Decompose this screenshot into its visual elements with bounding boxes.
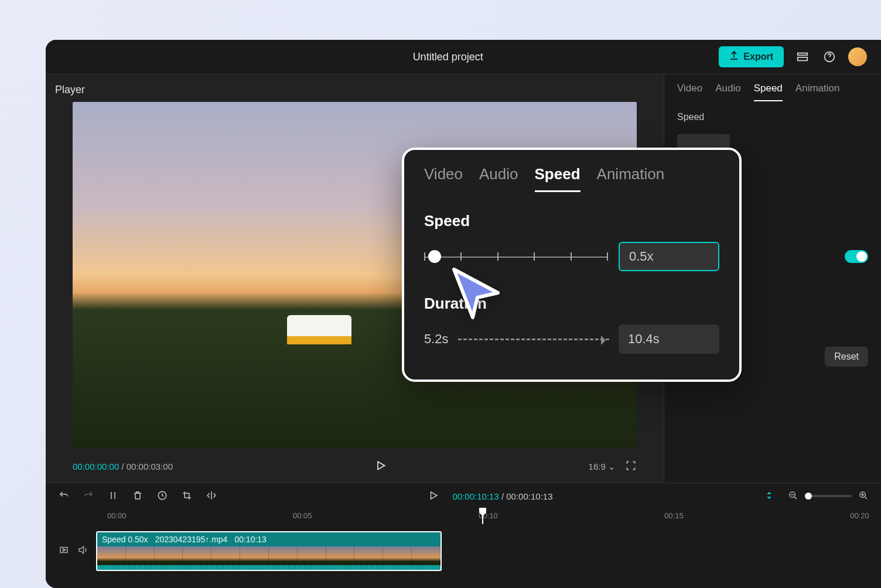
timeline-clip[interactable]: Speed 0.50x 20230423195↑.mp4 00:10:13 (96, 531, 442, 571)
time-current: 00:00:00:00 (73, 461, 119, 471)
export-button[interactable]: Export (719, 46, 784, 67)
header-actions: Export (719, 46, 867, 67)
ruler-tick: 00:15 (664, 511, 684, 520)
track-visibility-icon[interactable] (59, 545, 69, 558)
clip-filename: 20230423195↑.mp4 (155, 535, 228, 544)
reset-button[interactable]: Reset (825, 347, 868, 367)
ruler-tick: 00:00 (107, 511, 127, 520)
arrow-icon (458, 339, 609, 340)
duration-to-input[interactable]: 10.4s (619, 324, 719, 354)
speed-tool-icon[interactable] (157, 490, 168, 502)
svg-rect-1 (798, 57, 808, 61)
chevron-down-icon: ⌄ (608, 461, 616, 471)
redo-icon[interactable] (83, 490, 94, 502)
undo-icon[interactable] (59, 490, 69, 502)
flip-icon[interactable] (206, 490, 217, 502)
popup-tab-speed[interactable]: Speed (535, 165, 580, 192)
player-controls: 00:00:00:00 / 00:00:03:00 16:9 ⌄ (55, 454, 654, 473)
svg-rect-0 (798, 53, 808, 56)
clip-speed-badge: Speed 0.50x (102, 535, 148, 544)
timeline-play-icon[interactable] (428, 490, 439, 502)
timeline-body: 00:00 00:05 00:10 00:15 00:20 Speed 0.50… (46, 509, 881, 578)
play-button[interactable] (375, 460, 387, 473)
layout-icon[interactable] (794, 49, 811, 65)
crop-icon[interactable] (182, 490, 192, 502)
clip-waveform (97, 565, 440, 571)
timeline-section: 00:00:10:13 / 00:00:10:13 00:00 00:05 00… (46, 483, 881, 588)
toggle-switch[interactable] (845, 250, 868, 263)
split-icon[interactable] (108, 490, 118, 502)
timeline-ruler[interactable]: 00:00 00:05 00:10 00:15 00:20 (107, 509, 881, 524)
svg-marker-9 (63, 549, 66, 552)
timeline-timecode: 00:00:10:13 / 00:00:10:13 (453, 491, 553, 501)
zoom-slider[interactable] (805, 495, 852, 497)
playhead[interactable] (482, 509, 483, 524)
upload-icon (729, 51, 739, 63)
side-tabs: Video Audio Speed Animation (677, 83, 868, 101)
zoom-out-icon[interactable] (788, 491, 798, 502)
project-title[interactable]: Untitled project (177, 51, 719, 63)
delete-icon[interactable] (132, 490, 143, 502)
speed-value-input[interactable]: 0.5x (619, 242, 719, 271)
preview-content (287, 315, 351, 344)
fullscreen-icon[interactable] (625, 460, 637, 473)
export-label: Export (743, 52, 773, 62)
timeline-toolbar: 00:00:10:13 / 00:00:10:13 (46, 483, 881, 509)
zoom-controls (788, 491, 868, 502)
tab-animation[interactable]: Animation (795, 83, 840, 101)
time-total: 00:00:03:00 (127, 461, 173, 471)
clip-thumbnails (97, 546, 440, 565)
aspect-controls: 16:9 ⌄ (589, 460, 637, 473)
player-label: Player (55, 84, 654, 96)
svg-marker-3 (378, 461, 385, 469)
aspect-ratio-select[interactable]: 16:9 ⌄ (589, 461, 616, 472)
track-mute-icon[interactable] (77, 545, 88, 558)
clip-duration: 00:10:13 (234, 535, 267, 544)
ruler-tick: 00:05 (293, 511, 312, 520)
snap-icon[interactable] (764, 490, 774, 502)
zoom-in-icon[interactable] (859, 491, 868, 502)
cursor-pointer-icon (448, 264, 507, 322)
player-timecode: 00:00:00:00 / 00:00:03:00 (73, 461, 173, 471)
slider-thumb[interactable] (428, 250, 441, 263)
ruler-tick: 00:20 (850, 511, 869, 520)
tab-video[interactable]: Video (677, 83, 702, 101)
popup-tab-audio[interactable]: Audio (479, 165, 518, 192)
tab-speed[interactable]: Speed (754, 83, 783, 101)
popup-tabs: Video Audio Speed Animation (424, 165, 719, 192)
avatar[interactable] (848, 47, 867, 66)
popup-tab-video[interactable]: Video (424, 165, 463, 192)
header-bar: Untitled project Export (46, 40, 881, 74)
help-icon[interactable] (821, 49, 838, 65)
popup-tab-animation[interactable]: Animation (597, 165, 665, 192)
tracks-area: Speed 0.50x 20230423195↑.mp4 00:10:13 (46, 524, 881, 578)
svg-marker-5 (431, 492, 437, 499)
popup-speed-label: Speed (424, 212, 719, 230)
speed-section-label: Speed (677, 112, 868, 122)
tab-audio[interactable]: Audio (715, 83, 740, 101)
duration-row: 5.2s 10.4s (424, 324, 719, 354)
duration-from: 5.2s (424, 331, 449, 347)
clip-header: Speed 0.50x 20230423195↑.mp4 00:10:13 (97, 532, 440, 546)
